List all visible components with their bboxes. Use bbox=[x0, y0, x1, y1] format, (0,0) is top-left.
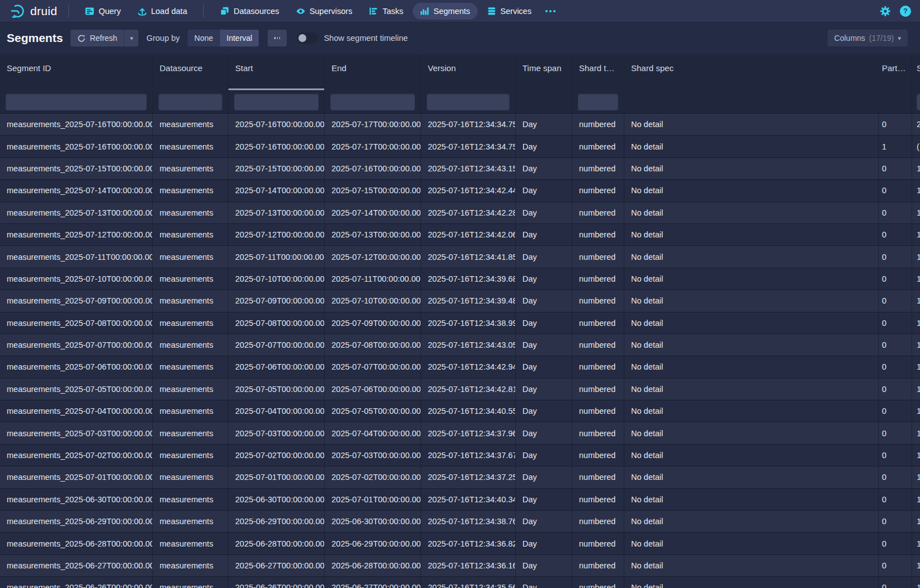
cell-size[interactable]: 1 bbox=[912, 334, 920, 356]
column-header-time_span[interactable]: Time span bbox=[516, 54, 572, 90]
cell-shard_spec[interactable]: No detail bbox=[624, 445, 879, 466]
cell-shard_spec[interactable]: No detail bbox=[624, 511, 879, 532]
cell-segment_id[interactable]: measurements_2025-07-02T00:00:00.000Z... bbox=[0, 445, 153, 466]
cell-version[interactable]: 2025-07-16T12:34:37.670Z bbox=[421, 445, 516, 466]
help-icon[interactable]: ? bbox=[900, 6, 911, 17]
cell-segment_id[interactable]: measurements_2025-07-11T00:00:00.000Z... bbox=[0, 246, 153, 267]
cell-partition[interactable]: 0 bbox=[879, 533, 912, 554]
cell-partition[interactable]: 0 bbox=[879, 334, 912, 356]
cell-size[interactable]: 1 bbox=[912, 312, 920, 334]
cell-end[interactable]: 2025-07-08T00:00:00.000Z bbox=[325, 334, 421, 356]
cell-shard_type[interactable]: numbered bbox=[572, 114, 624, 135]
cell-size[interactable]: 1 bbox=[912, 466, 920, 488]
cell-version[interactable]: 2025-07-16T12:34:36.169Z bbox=[421, 555, 516, 576]
cell-datasource[interactable]: measurements bbox=[153, 422, 228, 444]
cell-shard_type[interactable]: numbered bbox=[572, 158, 624, 179]
cell-shard_spec[interactable]: No detail bbox=[624, 489, 879, 510]
cell-start[interactable]: 2025-07-01T00:00:00.000Z bbox=[228, 466, 325, 488]
column-header-partition[interactable]: Partition bbox=[879, 54, 912, 90]
cell-size[interactable]: 1 bbox=[912, 180, 920, 201]
cell-time_span[interactable]: Day bbox=[516, 114, 572, 135]
cell-start[interactable]: 2025-07-11T00:00:00.000Z bbox=[228, 246, 325, 267]
cell-datasource[interactable]: measurements bbox=[153, 180, 228, 201]
cell-end[interactable]: 2025-07-17T00:00:00.000Z bbox=[325, 136, 421, 157]
cell-shard_spec[interactable]: No detail bbox=[624, 268, 879, 290]
segment-timeline-toggle[interactable] bbox=[297, 32, 318, 44]
cell-version[interactable]: 2025-07-16T12:34:38.760Z bbox=[421, 511, 516, 532]
cell-version[interactable]: 2025-07-16T12:34:36.823Z bbox=[421, 533, 516, 554]
cell-partition[interactable]: 0 bbox=[879, 114, 912, 135]
cell-end[interactable]: 2025-07-17T00:00:00.000Z bbox=[325, 114, 421, 135]
cell-datasource[interactable]: measurements bbox=[153, 246, 228, 267]
nav-item-query[interactable]: Query bbox=[78, 3, 128, 20]
cell-shard_spec[interactable]: No detail bbox=[624, 356, 879, 377]
cell-size[interactable]: 1 bbox=[912, 489, 920, 510]
cell-partition[interactable]: 0 bbox=[879, 400, 912, 422]
column-header-version[interactable]: Version bbox=[421, 54, 516, 90]
nav-item-tasks[interactable]: Tasks bbox=[362, 3, 410, 20]
cell-partition[interactable]: 0 bbox=[879, 268, 912, 290]
nav-more-button[interactable] bbox=[540, 6, 561, 16]
cell-end[interactable]: 2025-07-09T00:00:00.000Z bbox=[325, 312, 421, 334]
cell-segment_id[interactable]: measurements_2025-06-27T00:00:00.000Z... bbox=[0, 555, 153, 576]
nav-item-load-data[interactable]: Load data bbox=[130, 3, 195, 20]
cell-datasource[interactable]: measurements bbox=[153, 268, 228, 290]
cell-start[interactable]: 2025-07-14T00:00:00.000Z bbox=[228, 180, 325, 201]
cell-time_span[interactable]: Day bbox=[516, 290, 572, 311]
column-header-size[interactable]: Size bbox=[912, 54, 920, 90]
cell-size[interactable]: 1 bbox=[912, 422, 920, 444]
cell-segment_id[interactable]: measurements_2025-07-12T00:00:00.000Z... bbox=[0, 224, 153, 245]
filter-input-segment_id[interactable] bbox=[6, 94, 147, 110]
cell-shard_spec[interactable]: No detail bbox=[624, 466, 879, 488]
cell-datasource[interactable]: measurements bbox=[153, 158, 228, 179]
cell-time_span[interactable]: Day bbox=[516, 445, 572, 466]
cell-version[interactable]: 2025-07-16T12:34:43.157Z bbox=[421, 158, 516, 179]
cell-start[interactable]: 2025-07-15T00:00:00.000Z bbox=[228, 158, 325, 179]
cell-shard_type[interactable]: numbered bbox=[572, 356, 624, 377]
nav-item-datasources[interactable]: Datasources bbox=[213, 3, 286, 20]
cell-end[interactable]: 2025-07-07T00:00:00.000Z bbox=[325, 356, 421, 377]
cell-shard_spec[interactable]: No detail bbox=[624, 555, 879, 576]
cell-start[interactable]: 2025-06-26T00:00:00.000Z bbox=[228, 577, 325, 588]
cell-end[interactable]: 2025-07-16T00:00:00.000Z bbox=[325, 158, 421, 179]
cell-partition[interactable]: 0 bbox=[879, 290, 912, 311]
cell-start[interactable]: 2025-06-30T00:00:00.000Z bbox=[228, 489, 325, 510]
cell-partition[interactable]: 0 bbox=[879, 246, 912, 267]
cell-segment_id[interactable]: measurements_2025-07-05T00:00:00.000Z... bbox=[0, 379, 153, 400]
cell-shard_type[interactable]: numbered bbox=[572, 577, 624, 588]
cell-end[interactable]: 2025-07-05T00:00:00.000Z bbox=[325, 400, 421, 422]
cell-segment_id[interactable]: measurements_2025-07-06T00:00:00.000Z... bbox=[0, 356, 153, 377]
cell-partition[interactable]: 0 bbox=[879, 489, 912, 510]
cell-time_span[interactable]: Day bbox=[516, 577, 572, 588]
cell-shard_spec[interactable]: No detail bbox=[624, 202, 879, 223]
cell-start[interactable]: 2025-07-06T00:00:00.000Z bbox=[228, 356, 325, 377]
cell-time_span[interactable]: Day bbox=[516, 422, 572, 444]
cell-version[interactable]: 2025-07-16T12:34:39.683Z bbox=[421, 268, 516, 290]
cell-version[interactable]: 2025-07-16T12:34:42.287Z bbox=[421, 202, 516, 223]
cell-size[interactable]: 1 bbox=[912, 379, 920, 400]
cell-segment_id[interactable]: measurements_2025-07-01T00:00:00.000Z... bbox=[0, 466, 153, 488]
cell-size[interactable]: 1 bbox=[912, 202, 920, 223]
cell-shard_type[interactable]: numbered bbox=[572, 290, 624, 311]
column-header-shard_type[interactable]: Shard type bbox=[572, 54, 624, 90]
cell-shard_type[interactable]: numbered bbox=[572, 136, 624, 157]
cell-end[interactable]: 2025-07-14T00:00:00.000Z bbox=[325, 202, 421, 223]
cell-end[interactable]: 2025-07-01T00:00:00.000Z bbox=[325, 489, 421, 510]
cell-shard_spec[interactable]: No detail bbox=[624, 136, 879, 157]
cell-shard_type[interactable]: numbered bbox=[572, 555, 624, 576]
cell-partition[interactable]: 0 bbox=[879, 445, 912, 466]
cell-segment_id[interactable]: measurements_2025-06-30T00:00:00.000Z... bbox=[0, 489, 153, 510]
cell-segment_id[interactable]: measurements_2025-07-07T00:00:00.000Z... bbox=[0, 334, 153, 356]
cell-time_span[interactable]: Day bbox=[516, 466, 572, 488]
cell-shard_type[interactable]: numbered bbox=[572, 224, 624, 245]
refresh-dropdown-button[interactable]: ▾ bbox=[124, 30, 138, 46]
cell-datasource[interactable]: measurements bbox=[153, 334, 228, 356]
cell-datasource[interactable]: measurements bbox=[153, 312, 228, 334]
cell-size[interactable]: 1 bbox=[912, 224, 920, 245]
cell-shard_spec[interactable]: No detail bbox=[624, 334, 879, 356]
cell-start[interactable]: 2025-07-02T00:00:00.000Z bbox=[228, 445, 325, 466]
cell-partition[interactable]: 1 bbox=[879, 136, 912, 157]
cell-shard_type[interactable]: numbered bbox=[572, 246, 624, 267]
cell-partition[interactable]: 0 bbox=[879, 158, 912, 179]
cell-version[interactable]: 2025-07-16T12:34:38.996Z bbox=[421, 312, 516, 334]
